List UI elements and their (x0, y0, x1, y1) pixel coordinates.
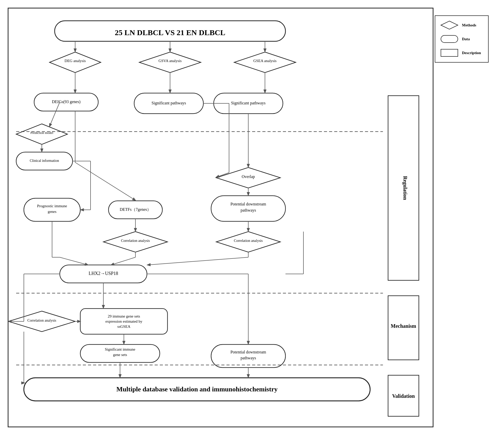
corr-analysis-2-text: Correlation analysis (234, 239, 263, 243)
legend-diamond-icon (440, 21, 458, 30)
main-title-text: 25 LN DLBCL VS 21 EN DLBCL (115, 28, 225, 37)
svg-text:pathways: pathways (241, 208, 256, 213)
legend-box: Methods Data Description (435, 15, 489, 63)
sig-immune-gene-sets-text: Significant immune (105, 347, 135, 351)
validation-text: Multiple database validation and immunoh… (116, 385, 278, 393)
legend-description-label: Description (462, 51, 481, 55)
svg-text:ssGSEA: ssGSEA (117, 324, 131, 329)
potential-downstream-1-text: Potential downstream (230, 202, 266, 206)
legend-methods-label: Methods (462, 23, 476, 27)
potential-downstream-2-text: Potential downstream (230, 350, 266, 354)
legend-pill-icon (440, 34, 458, 44)
flowchart: Regulation Mechanism Validation 25 LN DL… (8, 8, 434, 428)
overlap-text: Overlap (242, 174, 255, 179)
legend-data: Data (440, 34, 483, 44)
svg-line-42 (50, 102, 60, 126)
svg-text:gene sets: gene sets (113, 353, 127, 357)
corr-analysis-1-text: Correlation analysis (121, 239, 150, 243)
svg-line-58 (60, 257, 88, 265)
svg-text:Mechanism: Mechanism (391, 323, 416, 329)
svg-line-44 (75, 162, 135, 200)
main-container: Regulation Mechanism Validation 25 LN DL… (8, 8, 433, 427)
sig-pathways-1-text: Significant pathways (152, 101, 186, 105)
gsva-analysis-text: GSVA analysis (159, 59, 182, 63)
svg-line-51 (216, 173, 229, 177)
svg-line-62 (147, 257, 248, 265)
sig-pathways-2-text: Significant pathways (231, 101, 266, 105)
legend-data-label: Data (462, 37, 470, 41)
svg-text:pathways: pathways (241, 356, 256, 360)
gsea-analysis-text: GSEA analysis (253, 59, 277, 63)
prognostic-immune-text: Prognostic immune (37, 204, 67, 208)
legend-description: Description (440, 48, 483, 57)
detfs-text: DETFs（7genes） (120, 207, 151, 212)
svg-text:genes: genes (48, 210, 56, 214)
svg-text:Validation: Validation (392, 393, 415, 399)
lhx2-usp18-text: LHX2→USP18 (88, 271, 118, 276)
svg-line-60 (111, 257, 135, 265)
legend-methods: Methods (440, 21, 483, 30)
prediction-model-text: Prediction model (30, 131, 53, 135)
svg-rect-80 (441, 35, 458, 43)
deigs-text: DEIGs(93 genes) (52, 100, 81, 104)
immune-gene-sets-text: 29 immune gene sets (108, 314, 140, 318)
clinical-info-text: Clinical information (30, 159, 59, 163)
svg-marker-79 (441, 21, 458, 29)
deg-analysis-text: DEG analysis (65, 59, 86, 63)
svg-text:Regulation: Regulation (402, 176, 408, 200)
svg-rect-81 (441, 49, 458, 56)
legend-rect-icon (440, 48, 458, 57)
corr-analysis-3-text: Correlation analysis (27, 319, 56, 322)
svg-text:expression estimated by: expression estimated by (105, 319, 143, 323)
